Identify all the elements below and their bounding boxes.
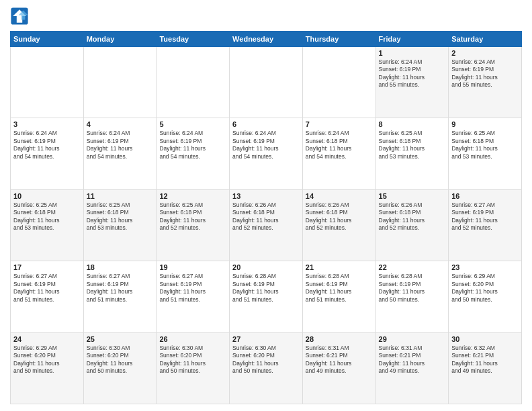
calendar-cell: 2Sunrise: 6:24 AM Sunset: 6:19 PM Daylig… <box>449 47 522 118</box>
calendar-cell: 12Sunrise: 6:25 AM Sunset: 6:18 PM Dayli… <box>157 189 230 261</box>
day-number: 10 <box>13 192 81 200</box>
column-header-thursday: Thursday <box>302 32 375 47</box>
calendar-cell: 29Sunrise: 6:31 AM Sunset: 6:21 PM Dayli… <box>375 332 449 404</box>
logo <box>10 7 32 26</box>
calendar-cell: 9Sunrise: 6:25 AM Sunset: 6:18 PM Daylig… <box>449 118 522 189</box>
day-info: Sunrise: 6:25 AM Sunset: 6:18 PM Dayligh… <box>159 201 226 232</box>
day-number: 18 <box>87 263 154 271</box>
calendar-cell: 11Sunrise: 6:25 AM Sunset: 6:18 PM Dayli… <box>83 189 157 261</box>
day-number: 6 <box>232 120 300 128</box>
day-number: 20 <box>232 263 300 271</box>
calendar-header: SundayMondayTuesdayWednesdayThursdayFrid… <box>11 32 522 47</box>
calendar-cell: 27Sunrise: 6:30 AM Sunset: 6:20 PM Dayli… <box>230 332 303 404</box>
day-info: Sunrise: 6:24 AM Sunset: 6:19 PM Dayligh… <box>451 58 519 89</box>
day-number: 21 <box>306 263 373 271</box>
day-number: 12 <box>159 192 226 200</box>
calendar-week-3: 10Sunrise: 6:25 AM Sunset: 6:18 PM Dayli… <box>11 189 522 261</box>
day-number: 22 <box>379 263 446 271</box>
calendar-cell: 6Sunrise: 6:24 AM Sunset: 6:19 PM Daylig… <box>230 118 303 189</box>
day-info: Sunrise: 6:28 AM Sunset: 6:19 PM Dayligh… <box>306 273 373 304</box>
day-number: 13 <box>232 192 300 200</box>
calendar-cell: 4Sunrise: 6:24 AM Sunset: 6:19 PM Daylig… <box>83 118 157 189</box>
calendar-cell: 13Sunrise: 6:26 AM Sunset: 6:18 PM Dayli… <box>230 189 303 261</box>
calendar-cell: 14Sunrise: 6:26 AM Sunset: 6:18 PM Dayli… <box>302 189 375 261</box>
column-header-tuesday: Tuesday <box>157 32 230 47</box>
calendar-cell: 25Sunrise: 6:30 AM Sunset: 6:20 PM Dayli… <box>83 332 157 404</box>
day-number: 16 <box>451 192 519 200</box>
day-number: 19 <box>159 263 226 271</box>
day-info: Sunrise: 6:32 AM Sunset: 6:21 PM Dayligh… <box>451 345 519 375</box>
calendar-week-4: 17Sunrise: 6:27 AM Sunset: 6:19 PM Dayli… <box>11 261 522 332</box>
day-number: 27 <box>232 335 300 343</box>
day-info: Sunrise: 6:30 AM Sunset: 6:20 PM Dayligh… <box>87 345 154 375</box>
calendar-body: 1Sunrise: 6:24 AM Sunset: 6:19 PM Daylig… <box>11 47 522 404</box>
day-number: 3 <box>13 120 81 128</box>
calendar-table: SundayMondayTuesdayWednesdayThursdayFrid… <box>10 31 522 404</box>
day-info: Sunrise: 6:27 AM Sunset: 6:19 PM Dayligh… <box>13 273 81 304</box>
day-info: Sunrise: 6:25 AM Sunset: 6:18 PM Dayligh… <box>13 201 81 232</box>
day-info: Sunrise: 6:30 AM Sunset: 6:20 PM Dayligh… <box>232 345 300 375</box>
day-number: 7 <box>306 120 373 128</box>
column-header-friday: Friday <box>375 32 449 47</box>
day-number: 14 <box>306 192 373 200</box>
calendar-cell: 22Sunrise: 6:28 AM Sunset: 6:19 PM Dayli… <box>375 261 449 332</box>
page: SundayMondayTuesdayWednesdayThursdayFrid… <box>0 0 532 411</box>
day-info: Sunrise: 6:29 AM Sunset: 6:20 PM Dayligh… <box>13 345 81 375</box>
day-number: 25 <box>87 335 154 343</box>
day-info: Sunrise: 6:25 AM Sunset: 6:18 PM Dayligh… <box>451 130 519 161</box>
day-number: 9 <box>451 120 519 128</box>
calendar-cell: 20Sunrise: 6:28 AM Sunset: 6:19 PM Dayli… <box>230 261 303 332</box>
day-number: 8 <box>379 120 446 128</box>
day-info: Sunrise: 6:24 AM Sunset: 6:19 PM Dayligh… <box>232 130 300 161</box>
calendar-cell: 8Sunrise: 6:25 AM Sunset: 6:18 PM Daylig… <box>375 118 449 189</box>
calendar-cell: 24Sunrise: 6:29 AM Sunset: 6:20 PM Dayli… <box>11 332 84 404</box>
calendar-cell: 5Sunrise: 6:24 AM Sunset: 6:19 PM Daylig… <box>157 118 230 189</box>
day-number: 17 <box>13 263 81 271</box>
calendar-cell <box>157 47 230 118</box>
calendar-cell: 19Sunrise: 6:27 AM Sunset: 6:19 PM Dayli… <box>157 261 230 332</box>
day-info: Sunrise: 6:30 AM Sunset: 6:20 PM Dayligh… <box>159 345 226 375</box>
calendar-cell <box>11 47 84 118</box>
calendar-cell: 18Sunrise: 6:27 AM Sunset: 6:19 PM Dayli… <box>83 261 157 332</box>
calendar-cell <box>302 47 375 118</box>
day-info: Sunrise: 6:26 AM Sunset: 6:18 PM Dayligh… <box>379 201 446 232</box>
day-info: Sunrise: 6:27 AM Sunset: 6:19 PM Dayligh… <box>87 273 154 304</box>
day-info: Sunrise: 6:29 AM Sunset: 6:20 PM Dayligh… <box>451 273 519 304</box>
day-info: Sunrise: 6:26 AM Sunset: 6:18 PM Dayligh… <box>306 201 373 232</box>
day-number: 23 <box>451 263 519 271</box>
day-info: Sunrise: 6:27 AM Sunset: 6:19 PM Dayligh… <box>159 273 226 304</box>
day-info: Sunrise: 6:28 AM Sunset: 6:19 PM Dayligh… <box>232 273 300 304</box>
day-number: 24 <box>13 335 81 343</box>
calendar-cell: 10Sunrise: 6:25 AM Sunset: 6:18 PM Dayli… <box>11 189 84 261</box>
calendar-cell: 21Sunrise: 6:28 AM Sunset: 6:19 PM Dayli… <box>302 261 375 332</box>
calendar-cell: 16Sunrise: 6:27 AM Sunset: 6:19 PM Dayli… <box>449 189 522 261</box>
day-number: 26 <box>159 335 226 343</box>
calendar-cell: 1Sunrise: 6:24 AM Sunset: 6:19 PM Daylig… <box>375 47 449 118</box>
calendar-cell: 30Sunrise: 6:32 AM Sunset: 6:21 PM Dayli… <box>449 332 522 404</box>
day-info: Sunrise: 6:31 AM Sunset: 6:21 PM Dayligh… <box>379 345 446 375</box>
day-number: 1 <box>379 49 446 57</box>
day-info: Sunrise: 6:25 AM Sunset: 6:18 PM Dayligh… <box>379 130 446 161</box>
day-info: Sunrise: 6:28 AM Sunset: 6:19 PM Dayligh… <box>379 273 446 304</box>
calendar-cell: 17Sunrise: 6:27 AM Sunset: 6:19 PM Dayli… <box>11 261 84 332</box>
calendar-week-2: 3Sunrise: 6:24 AM Sunset: 6:19 PM Daylig… <box>11 118 522 189</box>
day-info: Sunrise: 6:27 AM Sunset: 6:19 PM Dayligh… <box>451 201 519 232</box>
column-header-saturday: Saturday <box>449 32 522 47</box>
column-header-sunday: Sunday <box>11 32 84 47</box>
calendar-cell <box>230 47 303 118</box>
day-info: Sunrise: 6:25 AM Sunset: 6:18 PM Dayligh… <box>87 201 154 232</box>
calendar-cell: 3Sunrise: 6:24 AM Sunset: 6:19 PM Daylig… <box>11 118 84 189</box>
calendar-cell <box>83 47 157 118</box>
day-number: 15 <box>379 192 446 200</box>
day-info: Sunrise: 6:24 AM Sunset: 6:18 PM Dayligh… <box>306 130 373 161</box>
calendar-week-5: 24Sunrise: 6:29 AM Sunset: 6:20 PM Dayli… <box>11 332 522 404</box>
column-header-monday: Monday <box>83 32 157 47</box>
day-number: 5 <box>159 120 226 128</box>
column-header-wednesday: Wednesday <box>230 32 303 47</box>
calendar-cell: 7Sunrise: 6:24 AM Sunset: 6:18 PM Daylig… <box>302 118 375 189</box>
day-info: Sunrise: 6:24 AM Sunset: 6:19 PM Dayligh… <box>379 58 446 89</box>
calendar-cell: 28Sunrise: 6:31 AM Sunset: 6:21 PM Dayli… <box>302 332 375 404</box>
day-number: 29 <box>379 335 446 343</box>
day-number: 4 <box>87 120 154 128</box>
calendar-week-1: 1Sunrise: 6:24 AM Sunset: 6:19 PM Daylig… <box>11 47 522 118</box>
